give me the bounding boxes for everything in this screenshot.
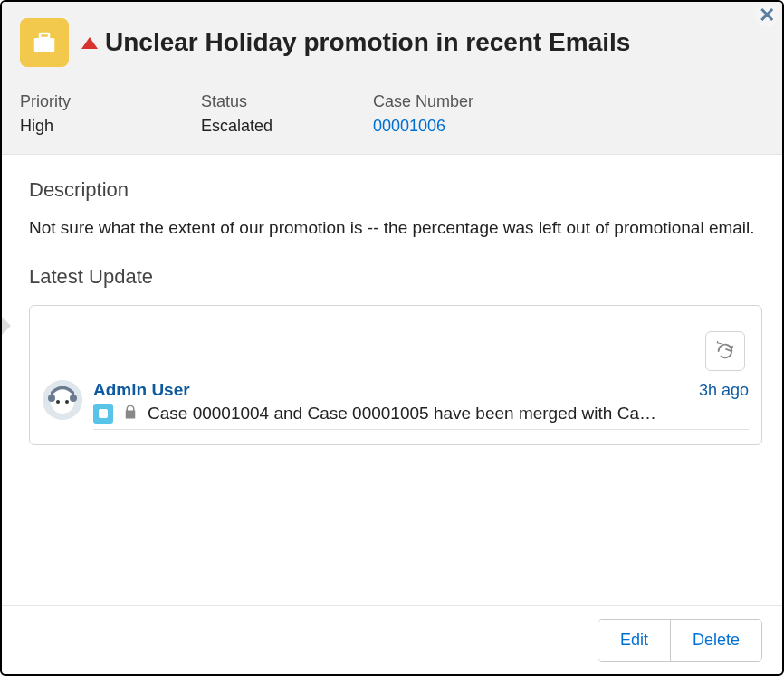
edit-button[interactable]: Edit — [598, 620, 670, 661]
latest-update-card: Admin User 3h ago Case 00001004 and Case… — [29, 305, 762, 445]
action-buttons: Edit Delete — [598, 619, 762, 662]
feed-body-text: Case 00001004 and Case 00001005 have bee… — [148, 404, 749, 424]
feed-timestamp: 3h ago — [699, 381, 749, 400]
svg-rect-0 — [34, 38, 55, 52]
case-number-label: Case Number — [373, 92, 473, 111]
status-label: Status — [201, 92, 373, 111]
popover-pointer — [0, 315, 11, 337]
svg-point-5 — [65, 400, 69, 404]
title-row: Unclear Holiday promotion in recent Emai… — [20, 18, 764, 67]
description-text: Not sure what the extent of our promotio… — [29, 214, 762, 242]
avatar-icon — [43, 380, 82, 420]
feed-user-link[interactable]: Admin User — [93, 380, 190, 400]
latest-update-heading: Latest Update — [29, 265, 762, 289]
feed-item: Admin User 3h ago Case 00001004 and Case… — [43, 380, 749, 424]
close-button[interactable]: ✕ — [755, 4, 779, 27]
lock-icon — [122, 404, 139, 424]
status-value: Escalated — [201, 117, 373, 136]
delete-button[interactable]: Delete — [670, 620, 761, 661]
feed-divider — [93, 429, 749, 430]
close-icon: ✕ — [759, 4, 775, 27]
svg-point-4 — [56, 400, 60, 404]
record-header: Unclear Holiday promotion in recent Emai… — [2, 2, 782, 155]
avatar[interactable] — [43, 380, 82, 420]
record-change-icon — [93, 404, 113, 424]
refresh-button[interactable] — [705, 331, 745, 371]
meta-row: Priority High Status Escalated Case Numb… — [20, 92, 764, 136]
priority-high-icon — [81, 37, 98, 49]
refresh-icon — [715, 341, 735, 361]
description-heading: Description — [29, 178, 762, 202]
svg-point-7 — [70, 395, 77, 402]
svg-rect-1 — [40, 33, 49, 38]
case-icon — [20, 18, 69, 67]
priority-value: High — [20, 117, 201, 136]
record-title: Unclear Holiday promotion in recent Emai… — [105, 28, 630, 57]
svg-point-6 — [48, 395, 55, 402]
record-body: Description Not sure what the extent of … — [2, 155, 782, 462]
svg-point-3 — [51, 390, 74, 414]
priority-label: Priority — [20, 92, 201, 111]
footer: Edit Delete — [2, 605, 782, 674]
case-number-link[interactable]: 00001006 — [373, 117, 473, 136]
